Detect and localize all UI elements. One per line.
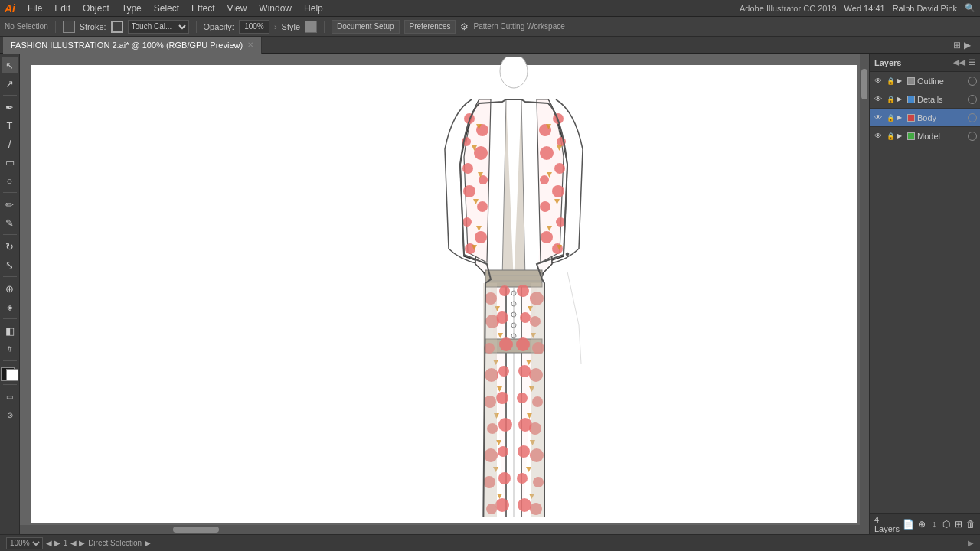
rotate-tool[interactable]: ↻ [2,238,18,255]
menu-type[interactable]: Type [122,3,142,14]
preferences-button[interactable]: Preferences [404,20,456,34]
background-color[interactable] [6,369,18,381]
layer-lock-model[interactable]: 🔒 [886,132,895,141]
layer-lock-body[interactable]: 🔒 [886,113,895,122]
layer-row-model[interactable]: 👁 🔒 ▶ Model [870,127,980,145]
arrange-icon[interactable]: ⊞ [953,40,961,51]
svg-point-71 [517,393,528,403]
zoom-select[interactable]: 100% 50% 200% [6,537,43,549]
more-tools[interactable]: ··· [7,428,13,435]
layer-visibility-details[interactable]: 👁 [873,94,884,105]
menu-effect[interactable]: Effect [191,3,214,14]
gradient-tool[interactable]: ◧ [2,322,18,339]
layer-expand-outline[interactable]: ▶ [897,77,905,85]
layers-footer: 4 Layers 📄 ⊕ ↕ ⬡ ⊞ 🗑 [870,513,980,534]
no-selection-label: No Selection [5,22,48,31]
layer-color-details [907,96,915,103]
panel-collapse-icon[interactable]: ◀◀ [953,58,965,67]
layer-target-outline[interactable] [968,77,977,86]
type-tool[interactable]: T [2,117,18,134]
svg-point-37 [540,201,550,212]
search-icon[interactable]: 🔍 [965,3,975,13]
menu-object[interactable]: Object [83,3,109,14]
workspace-label: Pattern Cutting Workspace [473,22,564,31]
stroke-label: Stroke: [80,22,106,31]
scale-tool[interactable]: ⤡ [2,256,18,273]
layer-expand-body[interactable]: ▶ [897,114,905,122]
layer-visibility-model[interactable]: 👁 [873,131,884,142]
mesh-tool[interactable]: # [2,341,18,357]
pencil-tool[interactable]: ✎ [2,214,18,231]
horizontal-scroll-thumb[interactable] [173,527,219,533]
menu-bar: Ai File Edit Object Type Select Effect V… [0,0,980,17]
ellipse-tool[interactable]: ○ [2,172,18,189]
status-info: ▶ [968,539,974,547]
layers-panel-header: Layers ◀◀ ☰ [870,54,980,72]
opacity-input[interactable] [239,20,270,34]
eyedropper-tool[interactable]: ⊕ [2,280,18,297]
layer-target-details[interactable] [968,95,977,104]
draw-mode-btn[interactable]: ⊘ [2,406,18,423]
move-layer-icon[interactable]: ↕ [929,518,939,530]
vertical-scrollbar[interactable] [860,54,869,534]
layer-visibility-outline[interactable]: 👁 [873,76,884,86]
blend-tool[interactable]: ◈ [2,298,18,315]
layer-name-model: Model [917,132,965,141]
layer-expand-model[interactable]: ▶ [897,132,905,140]
horizontal-scrollbar[interactable] [20,525,869,534]
tab-bar: FASHION ILLUSTRATION 2.ai* @ 100% (RGB/G… [0,37,980,54]
new-sublayer-icon[interactable]: ⊕ [917,518,926,530]
layer-name-details: Details [917,95,965,104]
touch-callout-select[interactable]: Touch Cal... [128,20,189,34]
datetime: Wed 14:41 [844,4,885,13]
document-setup-button[interactable]: Document Setup [332,20,400,34]
clipping-mask-icon[interactable]: ⬡ [942,518,951,530]
layer-target-model[interactable] [968,132,977,141]
layer-row-body[interactable]: 👁 🔒 ▶ Body [870,109,980,127]
status-left: 100% 50% 200% ◀ ▶ 1 ◀ ▶ Direct Selection… [6,537,151,549]
svg-point-62 [498,418,512,432]
canvas-area[interactable] [20,54,869,534]
vertical-scroll-thumb[interactable] [861,69,867,99]
svg-point-20 [477,201,488,212]
fill-icon[interactable] [63,21,75,33]
new-layer-icon[interactable]: 📄 [903,518,914,530]
menu-window[interactable]: Window [259,3,292,14]
layer-visibility-body[interactable]: 👁 [873,112,884,123]
panel-toggle-icon[interactable]: ▶ [964,40,971,51]
layer-color-outline [907,77,915,85]
screen-mode-btn[interactable]: ▭ [2,388,18,405]
style-swatch[interactable] [305,21,317,33]
workspace-icon[interactable]: ⚙ [460,21,469,32]
left-toolbar: ↖ ↗ ✒ T / ▭ ○ ✏ ✎ ↻ ⤡ ⊕ ◈ ◧ # ▭ ⊘ ··· [0,54,20,534]
menu-file[interactable]: File [28,3,42,14]
direct-selection-tool[interactable]: ↗ [2,75,18,92]
merge-layer-icon[interactable]: ⊞ [954,518,963,530]
layer-expand-details[interactable]: ▶ [897,96,905,103]
rectangle-tool[interactable]: ▭ [2,154,18,171]
menu-help[interactable]: Help [304,3,323,14]
pen-tool[interactable]: ✒ [2,99,18,116]
layer-target-body[interactable] [968,113,977,122]
status-mode: Direct Selection [88,539,142,547]
layer-row-outline[interactable]: 👁 🔒 ▶ Outline [870,72,980,90]
paintbrush-tool[interactable]: ✏ [2,196,18,213]
stroke-icon[interactable] [111,21,123,33]
layer-lock-details[interactable]: 🔒 [886,95,895,104]
layer-lock-outline[interactable]: 🔒 [886,77,895,86]
tab-close-icon[interactable]: ✕ [247,41,253,49]
line-tool[interactable]: / [2,135,18,152]
svg-point-33 [540,146,554,160]
menu-view[interactable]: View [227,3,247,14]
svg-point-69 [516,337,530,351]
active-tab[interactable]: FASHION ILLUSTRATION 2.ai* @ 100% (RGB/G… [3,37,262,54]
layer-row-details[interactable]: 👁 🔒 ▶ Details [870,90,980,109]
menu-select[interactable]: Select [154,3,179,14]
svg-point-75 [518,498,531,512]
selection-tool[interactable]: ↖ [2,57,18,73]
menu-edit[interactable]: Edit [54,3,70,14]
svg-point-64 [498,472,511,484]
svg-marker-94 [497,494,502,499]
delete-layer-icon[interactable]: 🗑 [966,518,975,530]
panel-menu-icon[interactable]: ☰ [969,58,975,67]
